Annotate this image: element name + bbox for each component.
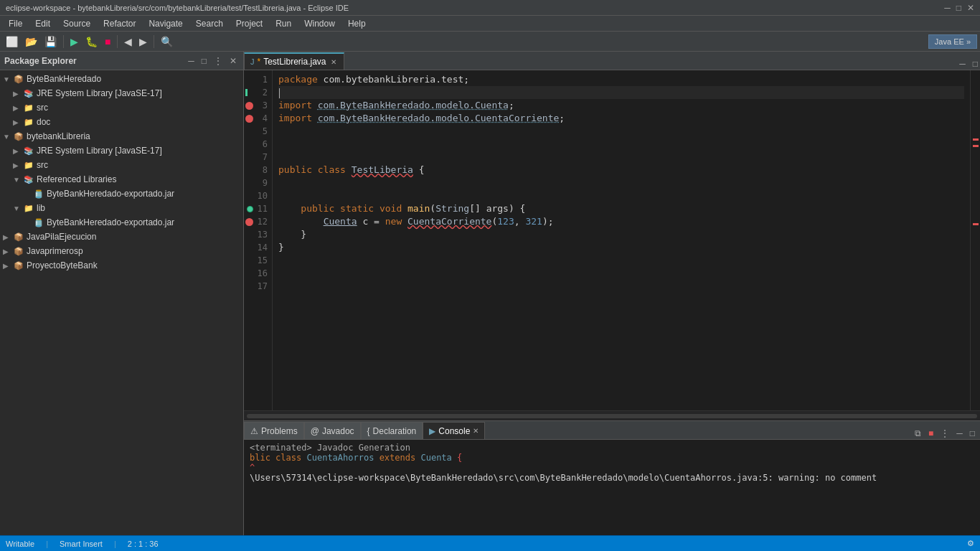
- menu-window[interactable]: Window: [298, 17, 341, 30]
- code-line-16: [278, 267, 964, 280]
- tree-item-javaprimerosp[interactable]: ▶ 📦 Javaprimerosp: [0, 244, 243, 258]
- library-icon: 📚: [23, 88, 34, 99]
- tree-label: ByteBankHeredado-exportado.jar: [47, 217, 174, 227]
- toolbar-stop-button[interactable]: ■: [102, 34, 113, 50]
- panel-minimize-button[interactable]: ─: [186, 55, 197, 67]
- status-position: 2 : 1 : 36: [128, 540, 159, 548]
- tree-item-proyectobytebank[interactable]: ▶ 📦 ProyectoByteBank: [0, 258, 243, 273]
- tree-item-jre2[interactable]: ▶ 📚 JRE System Library [JavaSE-17]: [0, 143, 243, 158]
- menu-refactor[interactable]: Refactor: [98, 17, 141, 30]
- status-settings-icon[interactable]: ⚙: [967, 539, 974, 548]
- toolbar-separator-1: [63, 35, 64, 48]
- console-content: <terminated> Javadoc Generation blic cla…: [244, 440, 980, 535]
- code-line-13: }: [278, 228, 964, 241]
- editor-minimize-button[interactable]: ─: [957, 58, 968, 70]
- bottom-minimize-button[interactable]: ─: [954, 428, 965, 439]
- code-line-15: [278, 254, 964, 267]
- tab-declaration[interactable]: { Declaration: [361, 422, 423, 439]
- console-stop-button[interactable]: ■: [926, 428, 936, 439]
- tree-item-src2[interactable]: ▶ 📁 src: [0, 158, 243, 172]
- tree-item-bytebankheredado[interactable]: ▼ 📦 ByteBankHeredado: [0, 72, 243, 86]
- tab-console-close[interactable]: ✕: [473, 427, 479, 435]
- tree-arrow: ▶: [23, 219, 33, 227]
- right-panel: J * TestLibreria.java ✕ ─ □ 1 2 3: [244, 52, 980, 535]
- console-line2: ^: [250, 463, 974, 473]
- tab-console[interactable]: ▶ Console ✕: [423, 422, 485, 439]
- tab-close-button[interactable]: ✕: [329, 58, 338, 66]
- tree-item-jar2[interactable]: ▶ 🫙 ByteBankHeredado-exportado.jar: [0, 215, 243, 230]
- editor-right-buttons: ─ □: [957, 58, 980, 70]
- bottom-maximize-button[interactable]: □: [968, 428, 977, 439]
- tree-label: doc: [37, 117, 50, 127]
- line-7: 7: [244, 151, 272, 164]
- project-icon: 📦: [13, 231, 24, 242]
- tree-label: Javaprimerosp: [27, 246, 83, 256]
- panel-maximize-button[interactable]: □: [199, 55, 209, 67]
- toolbar-debug-button[interactable]: 🐛: [83, 34, 100, 50]
- tree-item-doc[interactable]: ▶ 📁 doc: [0, 115, 243, 129]
- tree-item-jar1[interactable]: ▶ 🫙 ByteBankHeredado-exportado.jar: [0, 187, 243, 201]
- project-icon: 📦: [13, 131, 24, 142]
- project-icon: 📦: [13, 245, 24, 257]
- package-explorer-header: Package Explorer ─ □ ⋮ ✕: [0, 52, 243, 70]
- menu-help[interactable]: Help: [342, 17, 372, 30]
- menu-navigate[interactable]: Navigate: [143, 17, 188, 30]
- line-6: 6: [244, 138, 272, 151]
- toolbar-new-button[interactable]: ⬜: [3, 34, 21, 50]
- panel-menu-button[interactable]: ⋮: [212, 55, 225, 67]
- tab-testlibreria[interactable]: J * TestLibreria.java ✕: [244, 52, 344, 70]
- menu-project[interactable]: Project: [230, 17, 268, 30]
- menu-edit[interactable]: Edit: [29, 17, 56, 30]
- menu-search[interactable]: Search: [190, 17, 229, 30]
- line-16: 16: [244, 267, 272, 280]
- tree-arrow: ▶: [13, 104, 23, 112]
- tree-label: ByteBankHeredado: [27, 74, 101, 84]
- toolbar-save-button[interactable]: 💾: [42, 34, 60, 50]
- tab-console-label: Console: [438, 426, 470, 436]
- tab-modified-indicator: *: [258, 57, 261, 67]
- scroll-marker-2: [973, 145, 979, 147]
- console-menu-button[interactable]: ⋮: [938, 428, 951, 439]
- console-terminated: <terminated> Javadoc Generation: [250, 443, 974, 453]
- toolbar-back-button[interactable]: ◀: [121, 34, 135, 50]
- code-line-11: public static void main(String[] args) {: [278, 202, 964, 215]
- code-line-1: package com.bytebankLibreria.test;: [278, 73, 964, 86]
- console-clear-button[interactable]: ⧉: [913, 428, 923, 439]
- line-14: 14: [244, 241, 272, 254]
- perspective-java-ee[interactable]: Java EE »: [928, 34, 977, 49]
- tree-arrow: ▶: [23, 190, 33, 198]
- maximize-button[interactable]: □: [956, 3, 961, 13]
- tree-arrow: ▼: [3, 75, 13, 83]
- editor-hscrollbar[interactable]: [244, 410, 980, 420]
- toolbar-run-button[interactable]: ▶: [67, 34, 81, 50]
- editor-maximize-button[interactable]: □: [971, 58, 980, 70]
- tree-arrow: ▼: [3, 133, 13, 141]
- close-button[interactable]: ✕: [967, 3, 974, 13]
- menu-source[interactable]: Source: [57, 17, 96, 30]
- tree-item-lib[interactable]: ▼ 📁 lib: [0, 201, 243, 215]
- tab-javadoc[interactable]: @ Javadoc: [304, 422, 361, 439]
- tree-label: Referenced Libraries: [37, 174, 116, 184]
- tree-item-src1[interactable]: ▶ 📁 src: [0, 100, 243, 115]
- toolbar-right: Java EE »: [928, 34, 977, 49]
- panel-close-button[interactable]: ✕: [227, 55, 239, 67]
- code-line-8: public class TestLiberia {: [278, 164, 964, 176]
- toolbar-search-button[interactable]: 🔍: [158, 34, 176, 50]
- tree-item-bytebankliberia[interactable]: ▼ 📦 bytebankLibreria: [0, 129, 243, 143]
- line-1: 1: [244, 73, 272, 86]
- editor-scrollbar[interactable]: [970, 70, 980, 410]
- toolbar-separator-3: [154, 35, 154, 48]
- toolbar-forward-button[interactable]: ▶: [136, 34, 150, 50]
- line-17: 17: [244, 280, 272, 293]
- toolbar-open-button[interactable]: 📂: [22, 34, 40, 50]
- tree-item-javapila[interactable]: ▶ 📦 JavaPilaEjecucion: [0, 230, 243, 244]
- code-content[interactable]: package com.bytebankLibreria.test; impor…: [273, 70, 970, 410]
- menu-run[interactable]: Run: [270, 17, 297, 30]
- hscroll-track[interactable]: [247, 414, 977, 418]
- minimize-button[interactable]: ─: [944, 3, 951, 13]
- menu-file[interactable]: File: [3, 17, 28, 30]
- tree-item-jre1[interactable]: ▶ 📚 JRE System Library [JavaSE-17]: [0, 86, 243, 100]
- tree-item-reflibs[interactable]: ▼ 📚 Referenced Libraries: [0, 172, 243, 187]
- tab-problems[interactable]: ⚠ Problems: [244, 422, 304, 439]
- toolbar: ⬜ 📂 💾 ▶ 🐛 ■ ◀ ▶ 🔍 Java EE »: [0, 32, 980, 52]
